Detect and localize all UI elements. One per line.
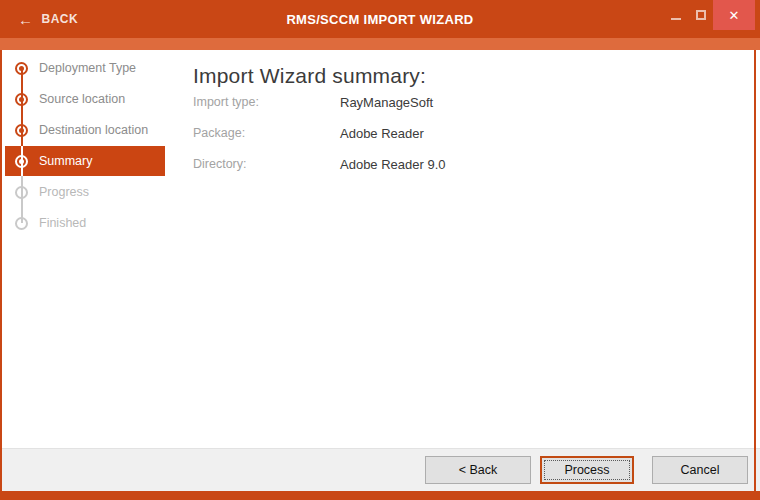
field-value: RayManageSoft <box>340 95 433 111</box>
step-bullet-icon <box>15 217 28 230</box>
step-bullet-icon <box>15 155 28 168</box>
sidebar-item-source-location[interactable]: Source location <box>0 84 180 114</box>
close-icon: ✕ <box>729 8 740 23</box>
step-label: Progress <box>39 185 89 199</box>
step-label: Deployment Type <box>39 61 136 75</box>
window-title: RMS/SCCM IMPORT WIZARD <box>0 0 760 38</box>
cancel-button[interactable]: Cancel <box>652 456 748 484</box>
wizard-steps-sidebar: Deployment Type Source location Destinat… <box>0 50 180 448</box>
back-button[interactable]: < Back <box>425 456 531 484</box>
sidebar-item-summary[interactable]: Summary <box>0 146 180 176</box>
page-title: Import Wizard summary: <box>193 64 750 88</box>
summary-content: Import Wizard summary: Import type: RayM… <box>193 50 750 88</box>
field-label: Package: <box>193 126 340 142</box>
titlebar-back-button[interactable]: ← BACK <box>18 0 78 38</box>
window-bottom-border <box>0 491 760 500</box>
maximize-icon <box>696 10 706 20</box>
summary-field-import-type: Import type: RayManageSoft <box>193 95 433 111</box>
window-right-border <box>754 50 756 491</box>
close-button[interactable]: ✕ <box>713 0 755 30</box>
back-arrow-icon: ← <box>18 12 34 27</box>
wizard-window: ← BACK RMS/SCCM IMPORT WIZARD ✕ Deplo <box>0 0 760 500</box>
step-bullet-icon <box>15 62 28 75</box>
titlebar: ← BACK RMS/SCCM IMPORT WIZARD ✕ <box>0 0 760 38</box>
field-value: Adobe Reader 9.0 <box>340 157 446 173</box>
sidebar-item-destination-location[interactable]: Destination location <box>0 115 180 145</box>
summary-field-package: Package: Adobe Reader <box>193 126 424 142</box>
process-button[interactable]: Process <box>540 456 634 484</box>
step-label: Finished <box>39 216 86 230</box>
field-label: Directory: <box>193 157 340 173</box>
sidebar-item-finished[interactable]: Finished <box>0 208 180 238</box>
step-bullet-icon <box>15 93 28 106</box>
summary-field-directory: Directory: Adobe Reader 9.0 <box>193 157 446 173</box>
step-label: Summary <box>39 154 92 168</box>
step-label: Destination location <box>39 123 148 137</box>
minimize-button[interactable] <box>663 0 688 30</box>
field-label: Import type: <box>193 95 340 111</box>
titlebar-accent-strip <box>0 38 760 50</box>
footer-button-bar: < Back Process Cancel <box>0 448 760 491</box>
step-label: Source location <box>39 92 125 106</box>
window-controls: ✕ <box>663 0 755 38</box>
maximize-button[interactable] <box>688 0 713 30</box>
step-bullet-icon <box>15 124 28 137</box>
step-bullet-icon <box>15 186 28 199</box>
window-left-border <box>0 50 2 491</box>
wizard-body: Deployment Type Source location Destinat… <box>0 50 760 448</box>
minimize-icon <box>671 18 681 20</box>
back-label: BACK <box>42 12 79 26</box>
field-value: Adobe Reader <box>340 126 424 142</box>
sidebar-item-progress[interactable]: Progress <box>0 177 180 207</box>
sidebar-item-deployment-type[interactable]: Deployment Type <box>0 53 180 83</box>
